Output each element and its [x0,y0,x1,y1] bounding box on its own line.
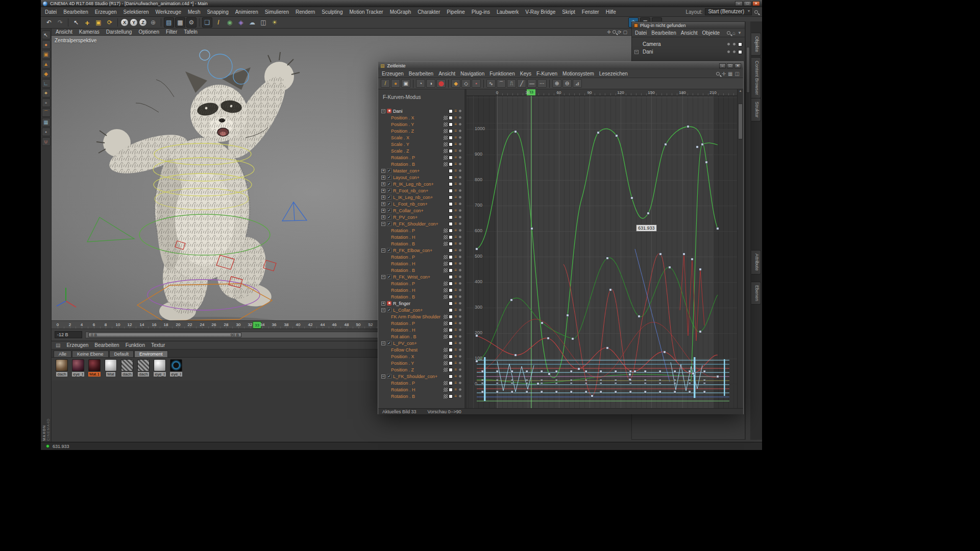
timeline-track-row[interactable]: Rotation . B ≡ [378,240,464,247]
render-picture-viewer-icon[interactable]: ▦ [175,17,185,28]
character-model[interactable] [82,51,317,320]
track-state-dot[interactable] [458,302,462,305]
track-label[interactable]: FK Arm Follow Shoulder [391,314,440,319]
track-state-dot[interactable] [458,262,462,265]
close-button[interactable]: ✕ [752,1,760,6]
object-name[interactable]: Camera [643,41,661,47]
track-solo-box[interactable] [449,262,453,266]
material-menu-item[interactable]: Funktion [126,342,145,348]
material-name[interactable]: eye_t [72,372,84,377]
track-state-dot[interactable] [458,176,462,179]
track-solo-box[interactable] [449,116,453,120]
track-label[interactable]: L_Foot_nb_con+ [393,202,428,207]
track-label[interactable]: Position . Y [391,361,414,366]
menu-item[interactable]: Rendern [296,9,315,15]
track-solo-box[interactable] [449,368,453,372]
track-expand-toggle[interactable]: − [381,248,385,253]
track-state-dot[interactable] [458,361,462,365]
object-row[interactable]: − Dani [632,48,745,56]
menu-item[interactable]: Mesh [188,9,200,15]
material-item[interactable]: eye_l [153,359,167,377]
track-label[interactable]: R_finger [393,301,410,306]
track-state-dot[interactable] [458,189,462,192]
soft-interpolation-icon[interactable]: ⌒ [497,79,506,88]
track-label[interactable]: Rotation . P [391,228,415,233]
track-label[interactable]: Rotation . H [391,387,415,392]
track-expand-toggle[interactable]: + [381,189,385,193]
track-state-dot[interactable] [458,142,462,146]
timeline-menu-item[interactable]: Ansicht [438,71,455,77]
track-mute-box[interactable] [444,394,448,398]
track-mute-box[interactable] [444,156,448,160]
timeline-pin-icon[interactable]: ◫ [735,71,740,77]
timeline-close-button[interactable]: ✕ [734,63,741,68]
track-solo-box[interactable] [449,176,453,180]
track-label[interactable]: Layout_con+ [393,175,420,180]
visibility-dot[interactable] [727,42,730,46]
autokey-icon[interactable]: ◑ [426,79,435,88]
timeline-track-row[interactable]: Position . Z ≡ [378,128,464,134]
linear-interpolation-icon[interactable]: ╱ [517,79,526,88]
material-name[interactable]: Mat [106,372,115,377]
track-label[interactable]: R_Collar_con+ [393,208,424,213]
material-menu-item[interactable]: Bearbeiten [94,342,119,348]
material-name[interactable]: dach [56,372,67,377]
material-layer-tab[interactable]: Keine Ebene [72,350,109,357]
generator-icon[interactable]: ◉ [225,17,235,28]
track-label[interactable]: Rotation . P [391,255,415,260]
timeline-menu-item[interactable]: Motionsystem [562,71,594,77]
track-mute-box[interactable] [444,328,448,332]
menu-item[interactable]: Datei [45,9,57,15]
timeline-track-row[interactable]: Rotation . H ≡ [378,234,464,240]
menu-item[interactable]: Simulieren [265,9,289,15]
hand-tool-icon[interactable]: ✦ [42,89,51,97]
deformer-icon[interactable]: ◈ [236,17,246,28]
track-state-dot[interactable] [458,202,462,206]
track-label[interactable]: Master_con+ [393,168,420,173]
track-solo-box[interactable] [449,341,453,345]
magnet-snap-icon[interactable]: ∪ [42,137,51,146]
zoom-out-icon[interactable]: ⊖ [562,79,572,88]
track-solo-box[interactable] [449,288,453,292]
timeline-track-row[interactable]: − L_FK_Shoulder_con+ ≡ [378,373,464,380]
track-solo-box[interactable] [449,282,453,286]
timeline-track-row[interactable]: Rotation . B ≡ [378,161,464,167]
material-item[interactable]: Mat [104,359,118,377]
track-label[interactable]: Position . X [391,354,414,359]
object-manager-menu-item[interactable]: Bearbeiten [651,30,676,36]
track-label[interactable]: L_FK_Shoulder_con+ [393,374,437,379]
track-solo-box[interactable] [449,328,453,332]
track-state-dot[interactable] [458,169,462,172]
track-label[interactable]: L_Collar_con+ [393,308,423,313]
track-state-dot[interactable] [458,341,462,345]
track-label[interactable]: L_IK_Leg_nb_con+ [393,195,433,200]
menu-item[interactable]: Fenster [582,9,599,15]
track-label[interactable]: R_PV_con+ [393,215,418,220]
undo-icon[interactable]: ↶ [44,17,54,28]
track-solo-box[interactable] [449,215,453,219]
track-solo-box[interactable] [449,321,453,325]
timeline-track-row[interactable]: Position . Y ≡ [378,360,464,366]
timeline-track-row[interactable]: + Master_con+ ≡ [378,167,464,174]
menu-item[interactable]: MoGraph [390,9,411,15]
track-mute-box[interactable] [444,295,448,299]
material-item[interactable]: Mat.1 [87,359,102,377]
menu-item[interactable]: Animieren [235,9,258,15]
spline-pen-icon[interactable]: / [213,17,224,28]
track-label[interactable]: R_Foot_nb_con+ [393,188,428,193]
track-state-dot[interactable] [458,381,462,385]
zoom-view-icon[interactable] [612,30,616,35]
track-expand-toggle[interactable]: + [381,215,385,219]
environment-icon[interactable]: ☁ [247,17,257,28]
track-solo-box[interactable] [449,302,453,306]
track-solo-box[interactable] [449,129,453,133]
track-state-dot[interactable] [458,282,462,285]
timeline-track-row[interactable]: Position . X ≡ [378,114,464,121]
flat-tangent-icon[interactable]: — [527,79,536,88]
track-label[interactable]: Position . Z [391,129,414,134]
timeline-menu-item[interactable]: Funktionen [489,71,514,77]
timeline-track-row[interactable]: Rotation . H ≡ [378,260,464,267]
timeline-track-row[interactable]: Scale . Z ≡ [378,147,464,154]
object-manager-menu-item[interactable]: Objekte [702,30,720,36]
delete-key-icon[interactable]: ◇ [461,79,471,88]
